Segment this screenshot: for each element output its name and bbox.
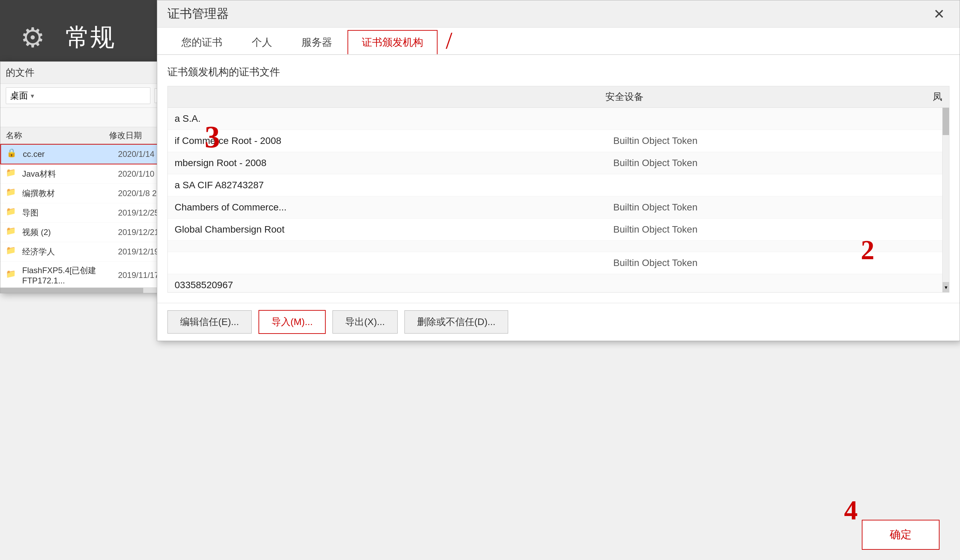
cert-name-5: Global Chambersign Root — [174, 224, 613, 235]
scrollbar-thumb — [0, 288, 143, 293]
cert-table-header: 安全设备 凤 — [168, 86, 949, 107]
folder-icon: 📁 — [6, 269, 18, 282]
cert-row-2[interactable]: mbersign Root - 2008 Builtin Object Toke… — [168, 152, 949, 174]
cert-device-4: Builtin Object Token — [613, 202, 942, 213]
folder-icon: 📁 — [6, 226, 18, 238]
cert-content: 证书颁发机构的证书文件 安全设备 凤 a S.A. if Commerce Ro… — [157, 55, 960, 303]
cert-row-6[interactable] — [168, 241, 949, 252]
file-name-video2: 视频 (2) — [22, 227, 118, 238]
file-name-java: Java材料 — [22, 168, 118, 179]
folder-icon: 📁 — [6, 207, 18, 219]
folder-icon: 📁 — [6, 168, 18, 180]
file-dialog-path[interactable]: 桌面 ▾ — [6, 87, 150, 104]
export-button[interactable]: 导出(X)... — [333, 310, 398, 334]
cert-name-2: mbersign Root - 2008 — [174, 158, 613, 168]
cert-dialog-close-button[interactable]: ✕ — [929, 4, 949, 24]
file-name-cc-cer: cc.cer — [23, 149, 118, 159]
tab-server[interactable]: 服务器 — [288, 30, 346, 54]
cert-name-3: a SA CIF A82743287 — [174, 180, 613, 190]
tab-your-certs[interactable]: 您的证书 — [168, 30, 236, 54]
annotation-4: 4 — [844, 495, 858, 526]
cert-row-1[interactable]: if Commerce Root - 2008 Builtin Object T… — [168, 130, 949, 152]
file-name-daotu: 导图 — [22, 207, 118, 218]
cert-row-5[interactable]: Global Chambersign Root Builtin Object T… — [168, 219, 949, 241]
file-dialog-title: 的文件 — [6, 66, 34, 79]
cert-name-4: Chambers of Commerce... — [174, 202, 613, 213]
tab-personal[interactable]: 个人 — [238, 30, 286, 54]
column-name: 名称 — [6, 130, 109, 141]
cert-row-3[interactable]: a SA CIF A82743287 — [168, 174, 949, 197]
annotation-2: 2 — [861, 235, 874, 266]
gear-icon: ⚙ — [21, 22, 45, 54]
folder-icon: 📁 — [6, 246, 18, 258]
folder-icon: 📁 — [6, 187, 18, 200]
cert-scroll-down-button[interactable]: ▾ — [942, 282, 949, 292]
cert-scrollbar[interactable]: ▾ — [942, 108, 949, 292]
cert-dialog-title: 证书管理器 — [168, 5, 229, 22]
cert-col-device-header: 安全设备 — [605, 90, 929, 103]
cert-scrollbar-thumb — [942, 108, 949, 135]
annotation-arrow: / — [446, 27, 452, 54]
tab-authorities[interactable]: 证书颁发机构 — [347, 30, 438, 54]
cert-col-name-header — [174, 90, 605, 103]
cert-name-1: if Commerce Root - 2008 — [174, 135, 613, 146]
cert-row-4[interactable]: Chambers of Commerce... Builtin Object T… — [168, 197, 949, 219]
cert-col-expand-icon: 凤 — [929, 90, 942, 103]
cert-name-8: 03358520967 — [174, 280, 613, 291]
cert-device-2: Builtin Object Token — [613, 158, 942, 168]
cert-row-8[interactable]: 03358520967 — [168, 274, 949, 293]
cert-dialog-titlebar: 证书管理器 ✕ — [157, 0, 960, 28]
settings-title: 常规 — [66, 21, 115, 54]
cert-table-body: a S.A. if Commerce Root - 2008 Builtin O… — [168, 107, 949, 293]
cert-manager-dialog: 证书管理器 ✕ 您的证书 个人 服务器 证书颁发机构 / 证书颁发机构的证书文件… — [157, 0, 960, 341]
cert-row-0[interactable]: a S.A. — [168, 108, 949, 130]
ok-button[interactable]: 确定 — [862, 520, 939, 550]
cert-device-5: Builtin Object Token — [613, 224, 942, 235]
cert-name-0: a S.A. — [174, 113, 613, 124]
cert-device-1: Builtin Object Token — [613, 135, 942, 146]
path-dropdown-icon[interactable]: ▾ — [31, 92, 34, 100]
file-name-flashfxp: FlashFXP5.4[已创建FTP172.1... — [22, 265, 118, 285]
cert-tabs: 您的证书 个人 服务器 证书颁发机构 / — [157, 28, 960, 55]
cert-row-7[interactable]: Builtin Object Token — [168, 252, 949, 274]
cert-buttons-bar: 编辑信任(E)... 导入(M)... 导出(X)... 删除或不信任(D)..… — [157, 303, 960, 341]
cert-device-7: Builtin Object Token — [613, 258, 942, 269]
cert-icon: 🔒 — [6, 148, 19, 160]
file-name-jingji: 经济学人 — [22, 246, 118, 257]
delete-button[interactable]: 删除或不信任(D)... — [405, 310, 508, 334]
import-button[interactable]: 导入(M)... — [259, 310, 326, 334]
file-name-bianzhuan: 编撰教材 — [22, 188, 118, 199]
path-text: 桌面 — [10, 90, 28, 102]
edit-trust-button[interactable]: 编辑信任(E)... — [168, 310, 252, 334]
cert-subtitle: 证书颁发机构的证书文件 — [168, 65, 949, 79]
